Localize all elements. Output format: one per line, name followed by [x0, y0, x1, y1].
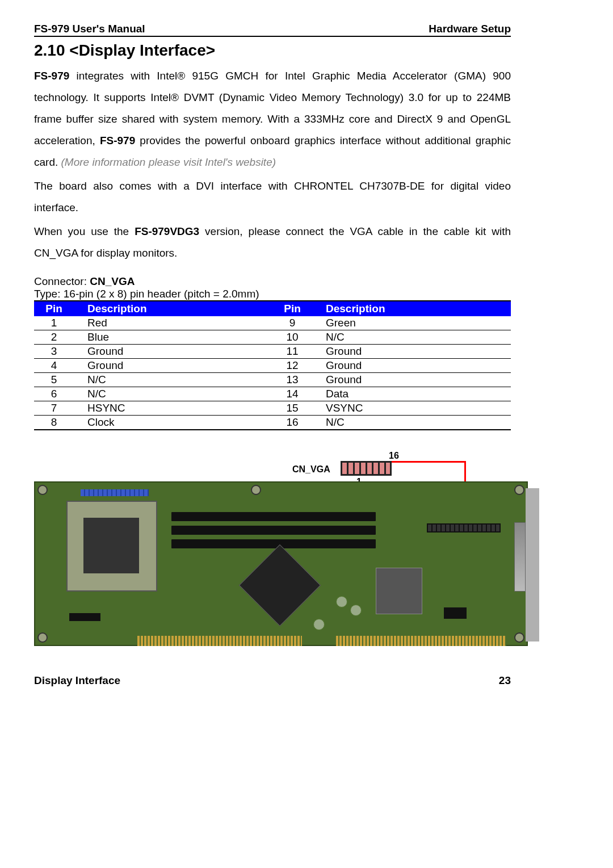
bold-model-3: FS-979VDG3 — [135, 225, 199, 237]
pin-table: Pin Description Pin Description 1Red9Gre… — [34, 300, 511, 430]
cell-desc: Ground — [316, 359, 511, 373]
connector-label: Connector: CN_VGA — [34, 275, 511, 288]
diagram-pin16: 16 — [389, 451, 399, 461]
diagram-connector-label: CN_VGA — [292, 464, 330, 475]
cell-pin: 7 — [34, 401, 77, 416]
th-pin-2: Pin — [272, 301, 316, 316]
diagram-cnvga-connector — [341, 461, 392, 476]
mounting-hole — [37, 632, 48, 643]
paragraph-2: The board also comes with a DVI interfac… — [34, 175, 511, 219]
cell-desc: HSYNC — [77, 401, 272, 416]
cpu-die — [83, 518, 139, 573]
edge-connector — [137, 636, 302, 646]
cell-pin: 8 — [34, 416, 77, 430]
table-row: 6N/C14Data — [34, 387, 511, 401]
table-row: 8Clock16N/C — [34, 416, 511, 430]
cell-pin: 11 — [272, 345, 316, 359]
footer-right: 23 — [499, 674, 511, 687]
small-chip — [69, 613, 100, 621]
pointer-line — [392, 461, 465, 463]
connector-prefix: Connector: — [34, 275, 90, 287]
mounting-hole — [251, 485, 261, 495]
cell-pin: 5 — [34, 373, 77, 387]
dimm-slot — [171, 526, 376, 535]
io-bracket — [526, 488, 539, 641]
cell-pin: 1 — [34, 316, 77, 330]
cpu-socket — [66, 501, 157, 592]
bold-model-2: FS-979 — [100, 135, 135, 146]
table-row: 7HSYNC15VSYNC — [34, 401, 511, 416]
cell-pin: 12 — [272, 359, 316, 373]
th-desc-2: Description — [316, 301, 511, 316]
cell-desc: N/C — [316, 416, 511, 430]
cell-pin: 14 — [272, 387, 316, 401]
mounting-hole — [514, 485, 524, 495]
edge-connector — [336, 636, 506, 646]
bold-model-1: FS-979 — [34, 70, 69, 82]
board-diagram: 16 CN_VGA 1 — [34, 447, 545, 657]
capacitor — [336, 596, 347, 607]
cell-desc: Clock — [77, 416, 272, 430]
dimm-slot — [171, 539, 376, 548]
northbridge-chip — [239, 544, 321, 626]
cell-pin: 16 — [272, 416, 316, 430]
cell-pin: 4 — [34, 359, 77, 373]
cell-pin: 10 — [272, 330, 316, 345]
cell-desc: Ground — [316, 345, 511, 359]
cell-pin: 6 — [34, 387, 77, 401]
mounting-hole — [514, 632, 524, 643]
capacitor — [313, 619, 325, 630]
header-left: FS-979 User's Manual — [34, 23, 145, 35]
italic-note: (More information please visit Intel's w… — [61, 156, 276, 168]
cell-pin: 9 — [272, 316, 316, 330]
cell-desc: N/C — [77, 387, 272, 401]
io-connector — [514, 522, 526, 592]
table-row: 2Blue10N/C — [34, 330, 511, 345]
table-row: 4Ground12Ground — [34, 359, 511, 373]
cell-pin: 3 — [34, 345, 77, 359]
cell-desc: Ground — [77, 359, 272, 373]
small-chip — [444, 607, 467, 619]
table-row: 5N/C13Ground — [34, 373, 511, 387]
page-header: FS-979 User's Manual Hardware Setup — [34, 23, 511, 37]
cell-desc: Ground — [316, 373, 511, 387]
southbridge-chip — [376, 568, 422, 614]
table-row: 3Ground11Ground — [34, 345, 511, 359]
blue-header — [81, 489, 149, 496]
table-row: 1Red9Green — [34, 316, 511, 330]
cell-pin: 13 — [272, 373, 316, 387]
section-title: 2.10 <Display Interface> — [34, 41, 511, 60]
pcb-board — [34, 481, 528, 646]
cell-desc: Red — [77, 316, 272, 330]
dimm-slot — [171, 512, 376, 521]
cell-desc: N/C — [77, 373, 272, 387]
cell-desc: Ground — [77, 345, 272, 359]
connector-name: CN_VGA — [90, 275, 135, 287]
footer-left: Display Interface — [34, 674, 120, 687]
cell-pin: 2 — [34, 330, 77, 345]
page-footer: Display Interface 23 — [34, 674, 511, 687]
capacitor — [350, 605, 362, 616]
cell-desc: Green — [316, 316, 511, 330]
cell-desc: N/C — [316, 330, 511, 345]
cell-desc: Blue — [77, 330, 272, 345]
header-right: Hardware Setup — [429, 23, 511, 35]
para3-text-a: When you use the — [34, 225, 135, 237]
cell-pin: 15 — [272, 401, 316, 416]
paragraph-3: When you use the FS-979VDG3 version, ple… — [34, 221, 511, 264]
th-pin-1: Pin — [34, 301, 77, 316]
th-desc-1: Description — [77, 301, 272, 316]
cell-desc: VSYNC — [316, 401, 511, 416]
mounting-hole — [37, 485, 48, 495]
paragraph-1: FS-979 integrates with Intel® 915G GMCH … — [34, 65, 511, 173]
cell-desc: Data — [316, 387, 511, 401]
target-header-on-board — [427, 523, 501, 532]
connector-type: Type: 16-pin (2 x 8) pin header (pitch =… — [34, 288, 511, 300]
